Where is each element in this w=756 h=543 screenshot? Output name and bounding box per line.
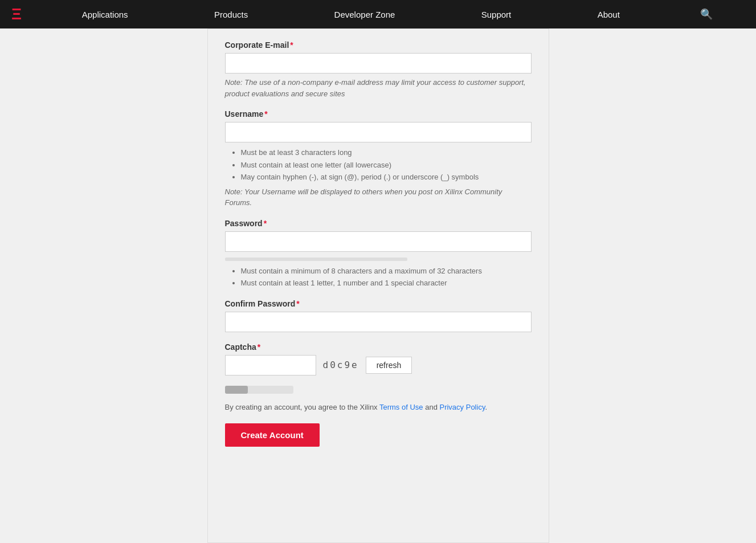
password-rule-1: Must contain a minimum of 8 characters a…	[241, 266, 532, 277]
password-rule-2: Must contain at least 1 letter, 1 number…	[241, 277, 532, 289]
password-group: Password* Must contain a minimum of 8 ch…	[225, 219, 532, 289]
captcha-group: Captcha* d0c9e refresh	[225, 342, 532, 375]
password-strength-bar	[225, 258, 407, 261]
captcha-code: d0c9e	[323, 360, 359, 370]
nav-item-applications[interactable]: Applications	[71, 10, 140, 19]
corporate-email-label: Corporate E-mail*	[225, 40, 532, 50]
nav-item-about[interactable]: About	[586, 10, 631, 19]
confirm-password-group: Confirm Password*	[225, 299, 532, 332]
username-input[interactable]	[225, 122, 532, 142]
password-required: *	[264, 219, 267, 228]
create-account-form: Corporate E-mail* Note: The use of a non…	[207, 28, 549, 543]
page-wrapper: Corporate E-mail* Note: The use of a non…	[0, 28, 756, 543]
logo[interactable]: Ξ	[11, 6, 22, 22]
captcha-label: Captcha*	[225, 342, 532, 352]
privacy-policy-link[interactable]: Privacy Policy	[439, 403, 485, 411]
captcha-required: *	[258, 342, 260, 352]
username-rule-1: Must be at least 3 characters long	[241, 147, 532, 158]
navbar: Ξ Applications Products Developer Zone S…	[0, 0, 756, 28]
search-icon[interactable]: 🔍	[700, 8, 713, 21]
confirm-password-required: *	[296, 299, 299, 308]
corporate-email-required: *	[290, 40, 293, 50]
nav-items: Applications Products Developer Zone Sup…	[39, 8, 745, 21]
terms-text: By creating an account, you agree to the…	[225, 402, 532, 414]
nav-item-products[interactable]: Products	[203, 10, 259, 19]
username-required: *	[264, 109, 267, 119]
confirm-password-label: Confirm Password*	[225, 299, 532, 308]
scroll-bar	[225, 386, 293, 394]
nav-item-developer-zone[interactable]: Developer Zone	[323, 10, 407, 19]
corporate-email-input[interactable]	[225, 53, 532, 74]
username-note: Note: Your Username will be displayed to…	[225, 186, 532, 209]
password-rules: Must contain a minimum of 8 characters a…	[225, 266, 532, 289]
username-rule-2: Must contain at least one letter (all lo…	[241, 160, 532, 171]
password-input[interactable]	[225, 231, 532, 252]
nav-item-support[interactable]: Support	[470, 10, 523, 19]
username-group: Username* Must be at least 3 characters …	[225, 109, 532, 209]
captcha-input[interactable]	[225, 355, 316, 375]
password-label: Password*	[225, 219, 532, 228]
refresh-button[interactable]: refresh	[366, 357, 412, 374]
username-rules: Must be at least 3 characters long Must …	[225, 147, 532, 183]
username-label: Username*	[225, 109, 532, 119]
create-account-button[interactable]: Create Account	[225, 423, 320, 447]
terms-of-use-link[interactable]: Terms of Use	[379, 403, 423, 411]
corporate-email-group: Corporate E-mail* Note: The use of a non…	[225, 40, 532, 99]
confirm-password-input[interactable]	[225, 312, 532, 332]
captcha-row: d0c9e refresh	[225, 355, 532, 375]
scroll-thumb	[225, 386, 248, 394]
corporate-email-note: Note: The use of a non-company e-mail ad…	[225, 77, 532, 99]
username-rule-3: May contain hyphen (-), at sign (@), per…	[241, 172, 532, 183]
